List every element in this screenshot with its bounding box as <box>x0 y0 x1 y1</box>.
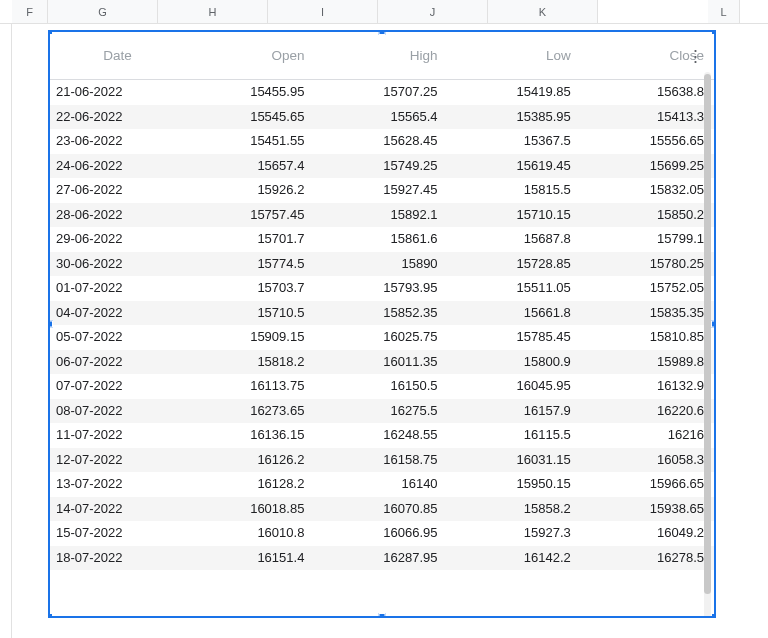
table-row[interactable]: 13-07-202216128.21614015950.1515966.65 <box>50 472 714 497</box>
cell-low: 15710.15 <box>448 203 581 228</box>
cell-date: 22-06-2022 <box>50 105 181 130</box>
header-date[interactable]: Date <box>50 48 181 63</box>
cell-close: 16220.6 <box>581 399 714 424</box>
cell-low: 15858.2 <box>448 497 581 522</box>
cell-date: 23-06-2022 <box>50 129 181 154</box>
cell-close: 15810.85 <box>581 325 714 350</box>
cell-open: 15545.65 <box>181 105 314 130</box>
cell-low: 15419.85 <box>448 80 581 105</box>
cell-high: 16275.5 <box>314 399 447 424</box>
col-header-H[interactable]: H <box>158 0 268 23</box>
col-header-G[interactable]: G <box>48 0 158 23</box>
cell-close: 15556.65 <box>581 129 714 154</box>
cell-low: 15785.45 <box>448 325 581 350</box>
cell-date: 15-07-2022 <box>50 521 181 546</box>
col-header-J[interactable]: J <box>378 0 488 23</box>
resize-handle-tm[interactable] <box>379 30 386 35</box>
col-header-K[interactable]: K <box>488 0 598 23</box>
col-header-blank <box>598 0 708 23</box>
resize-handle-mr[interactable] <box>711 321 716 328</box>
cell-open: 15774.5 <box>181 252 314 277</box>
cell-low: 16142.2 <box>448 546 581 571</box>
cell-open: 15926.2 <box>181 178 314 203</box>
corner-cell <box>0 0 12 23</box>
resize-handle-bl[interactable] <box>48 613 53 618</box>
table-row[interactable]: 27-06-202215926.215927.4515815.515832.05 <box>50 178 714 203</box>
cell-high: 15892.1 <box>314 203 447 228</box>
cell-open: 16273.65 <box>181 399 314 424</box>
cell-high: 16287.95 <box>314 546 447 571</box>
resize-handle-tr[interactable] <box>711 30 716 35</box>
table-row[interactable]: 07-07-202216113.7516150.516045.9516132.9 <box>50 374 714 399</box>
table-row[interactable]: 08-07-202216273.6516275.516157.916220.6 <box>50 399 714 424</box>
cell-open: 16010.8 <box>181 521 314 546</box>
cell-high: 16140 <box>314 472 447 497</box>
header-low[interactable]: Low <box>448 48 581 63</box>
cell-low: 16045.95 <box>448 374 581 399</box>
resize-handle-tl[interactable] <box>48 30 53 35</box>
cell-high: 16158.75 <box>314 448 447 473</box>
table-row[interactable]: 18-07-202216151.416287.9516142.216278.5 <box>50 546 714 571</box>
cell-open: 15757.45 <box>181 203 314 228</box>
cell-low: 15927.3 <box>448 521 581 546</box>
cell-high: 15861.6 <box>314 227 447 252</box>
cell-open: 15701.7 <box>181 227 314 252</box>
spreadsheet-view: F G H I J K L Date Open <box>0 0 768 638</box>
table-row[interactable]: 29-06-202215701.715861.615687.815799.1 <box>50 227 714 252</box>
cell-low: 15385.95 <box>448 105 581 130</box>
cell-close: 15780.25 <box>581 252 714 277</box>
cell-low: 15661.8 <box>448 301 581 326</box>
cell-close: 15938.65 <box>581 497 714 522</box>
cell-close: 16049.2 <box>581 521 714 546</box>
col-header-F[interactable]: F <box>12 0 48 23</box>
cell-high: 15890 <box>314 252 447 277</box>
table-row[interactable]: 23-06-202215451.5515628.4515367.515556.6… <box>50 129 714 154</box>
kebab-icon[interactable]: ⋮ <box>687 47 704 64</box>
table-row[interactable]: 30-06-202215774.51589015728.8515780.25 <box>50 252 714 277</box>
header-high[interactable]: High <box>314 48 447 63</box>
table-row[interactable]: 28-06-202215757.4515892.115710.1515850.2 <box>50 203 714 228</box>
cell-low: 15619.45 <box>448 154 581 179</box>
cell-low: 15800.9 <box>448 350 581 375</box>
row-gutter <box>0 24 12 638</box>
table-row[interactable]: 22-06-202215545.6515565.415385.9515413.3 <box>50 105 714 130</box>
cell-high: 16011.35 <box>314 350 447 375</box>
table-row[interactable]: 06-07-202215818.216011.3515800.915989.8 <box>50 350 714 375</box>
cell-date: 05-07-2022 <box>50 325 181 350</box>
cell-open: 15451.55 <box>181 129 314 154</box>
scroll-thumb[interactable] <box>704 74 711 594</box>
resize-handle-bm[interactable] <box>379 613 386 618</box>
table-row[interactable]: 05-07-202215909.1516025.7515785.4515810.… <box>50 325 714 350</box>
table-row[interactable]: 12-07-202216126.216158.7516031.1516058.3 <box>50 448 714 473</box>
cell-high: 15852.35 <box>314 301 447 326</box>
table-row[interactable]: 04-07-202215710.515852.3515661.815835.35 <box>50 301 714 326</box>
cell-low: 15511.05 <box>448 276 581 301</box>
resize-handle-br[interactable] <box>711 613 716 618</box>
cell-low: 15728.85 <box>448 252 581 277</box>
table-row[interactable]: 11-07-202216136.1516248.5516115.516216 <box>50 423 714 448</box>
col-header-L[interactable]: L <box>708 0 740 23</box>
col-header-I[interactable]: I <box>268 0 378 23</box>
table-row[interactable]: 01-07-202215703.715793.9515511.0515752.0… <box>50 276 714 301</box>
cell-close: 15966.65 <box>581 472 714 497</box>
cell-high: 15793.95 <box>314 276 447 301</box>
selected-object-table[interactable]: Date Open High Low Close ⋮ 21-06-2022154… <box>48 30 716 618</box>
cell-high: 15628.45 <box>314 129 447 154</box>
cell-low: 15815.5 <box>448 178 581 203</box>
table-row[interactable]: 21-06-202215455.9515707.2515419.8515638.… <box>50 80 714 105</box>
cell-date: 04-07-2022 <box>50 301 181 326</box>
table-row[interactable]: 24-06-202215657.415749.2515619.4515699.2… <box>50 154 714 179</box>
table-row[interactable]: 15-07-202216010.816066.9515927.316049.2 <box>50 521 714 546</box>
cell-close: 15799.1 <box>581 227 714 252</box>
header-close[interactable]: Close ⋮ <box>581 48 714 63</box>
table-row[interactable]: 14-07-202216018.8516070.8515858.215938.6… <box>50 497 714 522</box>
empty-col-f[interactable] <box>12 24 48 638</box>
cell-open: 15657.4 <box>181 154 314 179</box>
cell-high: 16025.75 <box>314 325 447 350</box>
cell-date: 14-07-2022 <box>50 497 181 522</box>
vertical-scrollbar[interactable] <box>704 72 711 618</box>
cell-high: 16070.85 <box>314 497 447 522</box>
header-open[interactable]: Open <box>181 48 314 63</box>
cell-open: 16151.4 <box>181 546 314 571</box>
resize-handle-ml[interactable] <box>48 321 53 328</box>
